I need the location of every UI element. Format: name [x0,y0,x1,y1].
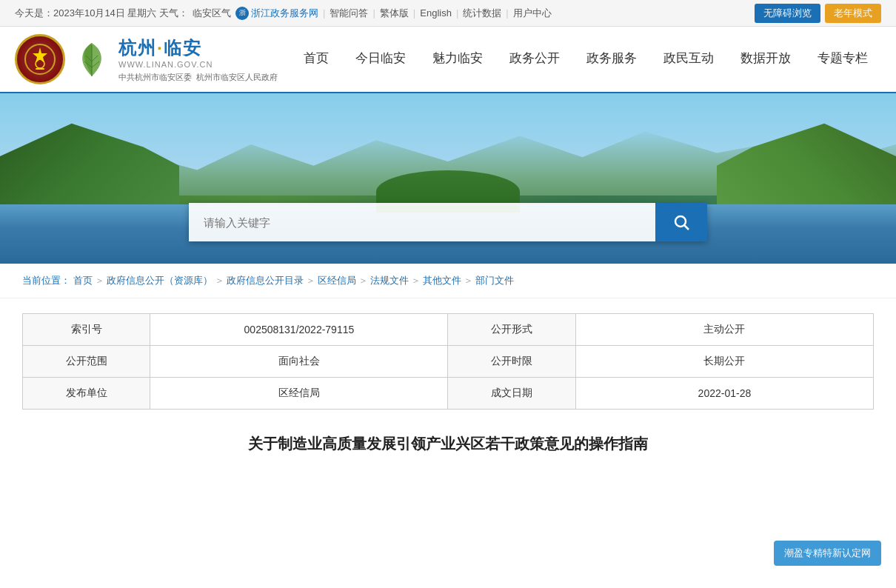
logo-url: WWW.LINAN.GOV.CN [118,59,278,70]
svg-rect-3 [36,68,44,70]
english-link[interactable]: English [420,7,452,19]
national-emblem [15,34,65,84]
divider3: | [413,7,415,19]
cell-label: 公开形式 [448,314,575,346]
article-title: 关于制造业高质量发展引领产业兴区若干政策意见的操作指南 [22,424,874,463]
info-section: 索引号002508131/2022-79115公开形式主动公开公开范围面向社会公… [0,298,896,478]
nav-item-interaction[interactable]: 政民互动 [650,34,727,84]
table-row: 发布单位区经信局成文日期2022-01-28 [23,378,874,410]
nav-item-special[interactable]: 专题专栏 [804,34,881,84]
accessible-button[interactable]: 无障碍浏览 [755,4,820,23]
breadcrumb-sep-3: ＞ [358,275,368,286]
table-row: 公开范围面向社会公开时限长期公开 [23,346,874,378]
nav-item-gov-open[interactable]: 政务公开 [496,34,573,84]
logo-org: 中共杭州市临安区委 杭州市临安区人民政府 [118,72,278,82]
nav-item-data-open[interactable]: 数据开放 [727,34,804,84]
logo-area: 杭州·临安 WWW.LINAN.GOV.CN 中共杭州市临安区委 杭州市临安区人… [15,34,278,84]
date-label: 今天是：2023年10月14日 星期六 天气： [15,7,188,20]
nav-menu: 首页今日临安魅力临安政务公开政务服务政民互动数据开放专题专栏 [278,34,881,84]
search-icon [672,213,690,231]
elderly-button[interactable]: 老年模式 [825,4,881,23]
location-label: 临安区气 [193,7,231,20]
breadcrumb-item-3[interactable]: 区经信局 [318,275,356,286]
search-button[interactable] [655,203,707,241]
zj-logo-icon: 浙 [235,7,249,20]
breadcrumb-bar: 当前位置：首页＞政府信息公开（资源库）＞政府信息公开目录＞区经信局＞法规文件＞其… [0,264,896,298]
info-table: 索引号002508131/2022-79115公开形式主动公开公开范围面向社会公… [22,313,874,410]
breadcrumb-item-6[interactable]: 部门文件 [475,275,514,286]
ginkgo-icon [77,39,107,80]
cell-label: 公开时限 [448,346,575,378]
logo-title: 杭州·临安 [118,36,278,59]
cell-label: 索引号 [23,314,150,346]
top-bar-right: 无障碍浏览 老年模式 [749,4,881,23]
logo-text: 杭州·临安 WWW.LINAN.GOV.CN 中共杭州市临安区委 杭州市临安区人… [118,36,278,82]
nav-item-today[interactable]: 今日临安 [342,34,419,84]
breadcrumb-sep-1: ＞ [215,275,224,286]
cell-value: 面向社会 [150,346,448,378]
divider1: | [323,7,325,19]
cell-value: 2022-01-28 [575,378,873,410]
cell-value: 区经信局 [150,378,448,410]
user-center-link[interactable]: 用户中心 [513,7,552,20]
top-bar-left: 今天是：2023年10月14日 星期六 天气： 临安区气 浙 浙江政务服务网 |… [15,7,552,20]
zj-service-link[interactable]: 浙江政务服务网 [251,7,318,20]
breadcrumb-sep-0: ＞ [95,275,104,286]
zj-service-icon: 浙 浙江政务服务网 [235,7,318,20]
breadcrumb-sep-5: ＞ [464,275,473,286]
cell-value: 002508131/2022-79115 [150,314,448,346]
nav-item-home[interactable]: 首页 [290,34,342,84]
divider5: | [506,7,508,19]
hero-search-bar [189,203,707,241]
divider2: | [372,7,375,19]
search-input[interactable] [189,203,655,241]
nav-item-charm[interactable]: 魅力临安 [419,34,496,84]
breadcrumb-label: 当前位置： [22,275,70,286]
cell-label: 成文日期 [448,378,575,410]
breadcrumb-sep-4: ＞ [411,275,421,286]
divider4: | [456,7,458,19]
svg-point-9 [675,216,686,227]
nav-item-gov-service[interactable]: 政务服务 [573,34,650,84]
table-row: 索引号002508131/2022-79115公开形式主动公开 [23,314,874,346]
breadcrumb-item-5[interactable]: 其他文件 [423,275,461,286]
breadcrumb-item-4[interactable]: 法规文件 [370,275,409,286]
svg-line-10 [685,226,689,230]
hero-banner [0,93,896,264]
breadcrumb-sep-2: ＞ [306,275,315,286]
cell-label: 发布单位 [23,378,150,410]
cell-value: 长期公开 [575,346,873,378]
stats-link[interactable]: 统计数据 [463,7,501,20]
traditional-link[interactable]: 繁体版 [380,7,409,20]
cell-label: 公开范围 [23,346,150,378]
smart-qa-link[interactable]: 智能问答 [330,7,368,20]
top-bar: 今天是：2023年10月14日 星期六 天气： 临安区气 浙 浙江政务服务网 |… [0,0,896,27]
header: 杭州·临安 WWW.LINAN.GOV.CN 中共杭州市临安区委 杭州市临安区人… [0,27,896,93]
cell-value: 主动公开 [575,314,873,346]
breadcrumb-item-0[interactable]: 首页 [73,275,93,286]
breadcrumb-item-1[interactable]: 政府信息公开（资源库） [107,275,213,286]
breadcrumb-item-2[interactable]: 政府信息公开目录 [227,275,304,286]
